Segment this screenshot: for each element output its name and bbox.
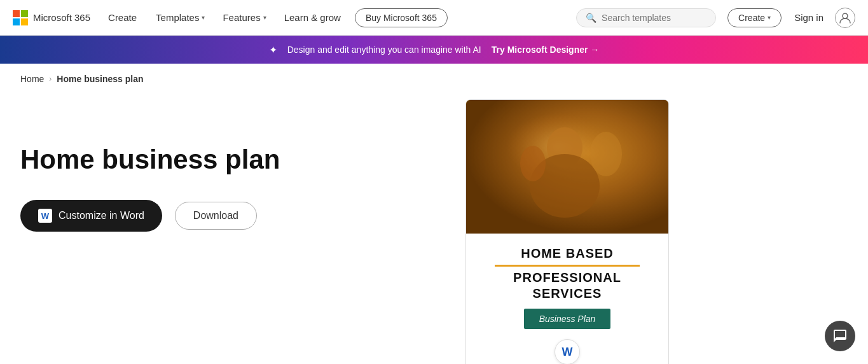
template-title-line1: HOME BASED: [476, 246, 658, 261]
banner-text: Design and edit anything you can imagine…: [287, 45, 481, 55]
nav-learn-grow-label: Learn & grow: [284, 12, 341, 23]
template-title-line2: PROFESSIONAL: [476, 270, 658, 285]
page-title: Home business plan: [20, 145, 427, 174]
word-icon: W: [38, 209, 52, 223]
breadcrumb-current: Home business plan: [57, 74, 143, 84]
ms-logo-grid: [13, 10, 28, 25]
download-button[interactable]: Download: [175, 202, 257, 230]
template-word-badge: W: [555, 339, 580, 364]
user-avatar[interactable]: [835, 8, 855, 28]
promo-banner: ✦ Design and edit anything you can imagi…: [0, 36, 868, 64]
template-body: HOME BASED PROFESSIONAL SERVICES Busines…: [466, 234, 668, 364]
nav-templates[interactable]: Templates ▾: [149, 0, 211, 36]
search-icon: 🔍: [586, 13, 596, 23]
chevron-down-icon: ▾: [263, 14, 266, 21]
nav-learn-grow[interactable]: Learn & grow: [278, 0, 347, 36]
nav-create-link[interactable]: Create: [100, 12, 144, 23]
left-panel: Home business plan W Customize in Word D…: [20, 94, 427, 232]
buy-button[interactable]: Buy Microsoft 365: [355, 8, 448, 27]
word-logo-letter: W: [562, 346, 573, 359]
chat-button[interactable]: [825, 321, 855, 351]
search-input[interactable]: [602, 13, 710, 23]
banner-cta-link[interactable]: Try Microsoft Designer →: [492, 45, 600, 55]
chevron-down-icon: ▾: [768, 14, 771, 21]
brand-name: Microsoft 365: [33, 12, 90, 23]
svg-point-0: [843, 13, 848, 18]
signin-link[interactable]: Sign in: [794, 12, 823, 23]
ms-logo-blue: [13, 18, 20, 25]
template-card: HOME BASED PROFESSIONAL SERVICES Busines…: [465, 99, 669, 364]
action-buttons: W Customize in Word Download: [20, 200, 427, 232]
brand-logo[interactable]: Microsoft 365: [13, 10, 90, 25]
nav-features[interactable]: Features ▾: [216, 0, 272, 36]
nav-features-label: Features: [223, 12, 260, 23]
wand-icon: ✦: [269, 44, 277, 56]
ms-logo-yellow: [21, 18, 28, 25]
template-divider: [495, 265, 640, 267]
chevron-down-icon: ▾: [202, 14, 205, 21]
ms-logo-green: [21, 10, 28, 17]
breadcrumb-home[interactable]: Home: [20, 74, 44, 84]
breadcrumb-separator: ›: [49, 74, 52, 83]
search-bar: 🔍: [576, 8, 716, 27]
template-title-line3: SERVICES: [476, 286, 658, 301]
ms-logo-red: [13, 10, 20, 17]
template-image: [466, 100, 668, 234]
main-content: Home business plan W Customize in Word D…: [0, 94, 868, 364]
create-button[interactable]: Create ▾: [727, 8, 782, 27]
template-badge: Business Plan: [524, 309, 611, 329]
customize-word-button[interactable]: W Customize in Word: [20, 200, 162, 232]
customize-btn-label: Customize in Word: [59, 210, 144, 221]
right-panel: HOME BASED PROFESSIONAL SERVICES Busines…: [465, 94, 682, 364]
breadcrumb: Home › Home business plan: [0, 64, 868, 94]
nav-templates-label: Templates: [156, 12, 199, 23]
svg-rect-7: [466, 100, 668, 234]
create-button-label: Create: [738, 13, 765, 23]
template-photo: [466, 100, 668, 234]
navbar: Microsoft 365 Create Templates ▾ Feature…: [0, 0, 868, 36]
